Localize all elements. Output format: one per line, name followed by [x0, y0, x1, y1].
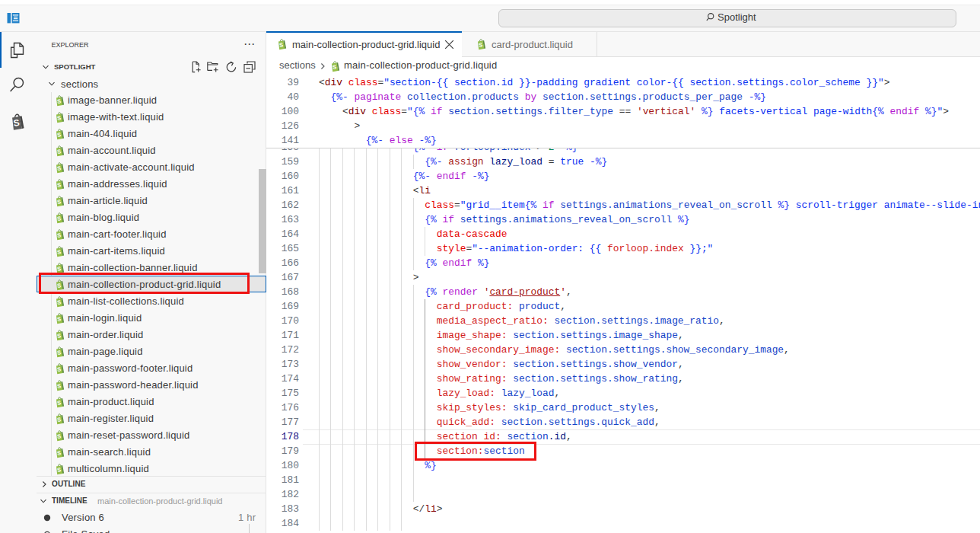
svg-text:S: S	[13, 117, 21, 129]
